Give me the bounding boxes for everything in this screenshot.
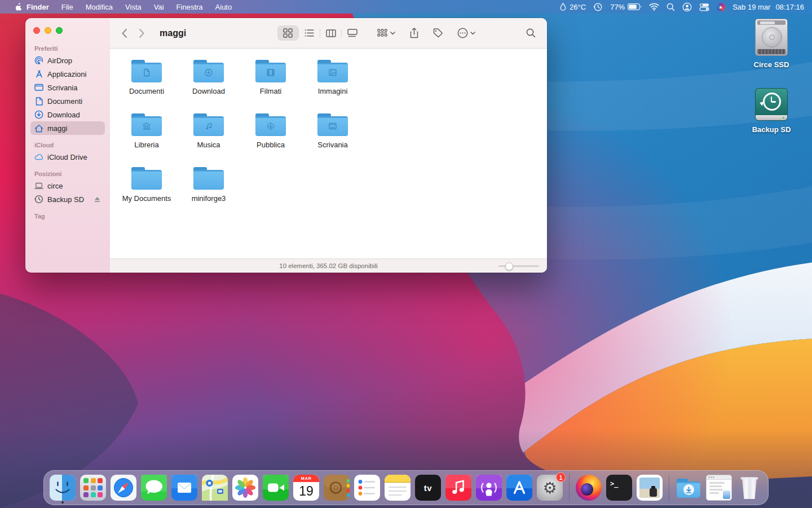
menu-item-modifica[interactable]: Modifica xyxy=(80,0,118,14)
menu-item-finestra[interactable]: Finestra xyxy=(171,0,209,14)
sidebar-item-documenti[interactable]: Documenti xyxy=(30,94,105,108)
launchpad-icon xyxy=(80,475,106,501)
battery-status[interactable]: 77% xyxy=(610,3,642,11)
apple-logo-icon xyxy=(16,3,23,11)
icon-view-button[interactable] xyxy=(277,25,298,41)
sidebar: Preferiti AirDrop Applicazioni Scrivania… xyxy=(25,18,110,273)
folder-item-pubblica[interactable]: Pubblica xyxy=(240,111,302,165)
folder-name: Download xyxy=(192,87,225,95)
zoom-button[interactable] xyxy=(56,27,63,34)
dock-podcasts[interactable] xyxy=(476,475,502,501)
forward-button[interactable] xyxy=(139,28,145,38)
clock-menu[interactable]: Sab 19 mar 08:17:16 xyxy=(732,3,804,11)
column-view-button[interactable] xyxy=(320,25,341,41)
sidebar-section-icloud: iCloud xyxy=(34,142,101,148)
dock-trash[interactable] xyxy=(736,475,762,501)
sidebar-item-label: iCloud Drive xyxy=(47,153,87,161)
sidebar-item-airdrop[interactable]: AirDrop xyxy=(30,54,105,67)
minimized-window-app-badge xyxy=(722,490,731,500)
user-menu[interactable] xyxy=(682,2,692,12)
tags-button[interactable] xyxy=(433,28,443,38)
group-by-button[interactable] xyxy=(377,29,395,37)
folder-item-documenti[interactable]: Documenti xyxy=(116,58,178,111)
folder-name: Scrivania xyxy=(317,141,347,149)
desktop-icon-backup-sd[interactable]: Backup SD xyxy=(752,88,791,134)
sidebar-item-icloud-drive[interactable]: iCloud Drive xyxy=(30,150,105,164)
dock-safari[interactable] xyxy=(111,475,136,501)
list-view-button[interactable] xyxy=(299,25,320,41)
sidebar-item-backup-sd[interactable]: Backup SD xyxy=(30,192,105,206)
slider-thumb[interactable] xyxy=(505,262,513,270)
weather-status[interactable]: 26°C xyxy=(559,3,586,11)
toolbar-search-button[interactable] xyxy=(526,28,536,38)
dock-music[interactable] xyxy=(445,475,471,501)
sidebar-item-circe[interactable]: circe xyxy=(30,179,105,192)
folder-icon xyxy=(193,113,224,136)
notification-badge: 1 xyxy=(556,472,566,482)
share-button[interactable] xyxy=(410,28,418,38)
back-button[interactable] xyxy=(121,28,127,38)
dock-terminal[interactable]: >_ xyxy=(606,475,632,501)
status-bar: 10 elementi, 365.02 GB disponibili xyxy=(110,259,547,273)
dock-launchpad[interactable] xyxy=(80,475,106,501)
eject-icon[interactable] xyxy=(94,196,101,203)
menu-item-vai[interactable]: Vai xyxy=(148,0,170,14)
folder-name: Musica xyxy=(197,141,220,149)
dock-firefox[interactable] xyxy=(576,475,602,501)
wifi-menu[interactable] xyxy=(649,3,659,11)
dock-maps[interactable] xyxy=(202,475,228,501)
dock-mail[interactable] xyxy=(171,475,197,501)
folder-item-filmati[interactable]: Filmati xyxy=(240,58,302,111)
dock-downloads[interactable] xyxy=(676,475,701,501)
dock-finder[interactable] xyxy=(50,475,76,501)
dock-photos[interactable] xyxy=(232,475,258,501)
internal-hard-drive-icon xyxy=(755,19,788,56)
folder-icon xyxy=(193,167,224,190)
desktop-icon-circe-ssd[interactable]: Circe SSD xyxy=(754,19,789,69)
folder-item-my-documents[interactable]: My Documents xyxy=(116,165,178,218)
sidebar-item-download[interactable]: Download xyxy=(30,108,105,121)
folder-item-scrivania[interactable]: Scrivania xyxy=(302,111,364,165)
finder-toolbar: maggi xyxy=(110,18,547,49)
folder-item-libreria[interactable]: Libreria xyxy=(116,111,178,165)
close-button[interactable] xyxy=(33,27,40,34)
dock-system-preferences[interactable]: ⚙ 1 xyxy=(537,475,563,501)
gallery-view-button[interactable] xyxy=(342,25,363,41)
icon-size-slider[interactable] xyxy=(498,265,539,267)
finder-main-pane: maggi Documenti Downlo xyxy=(110,18,547,273)
menu-item-aiuto[interactable]: Aiuto xyxy=(210,0,238,14)
spotlight-menu[interactable] xyxy=(667,3,675,11)
dock-app-store[interactable] xyxy=(506,475,532,501)
window-title: maggi xyxy=(160,28,186,38)
dock-calendar[interactable]: MAR 19 xyxy=(293,475,319,501)
more-actions-button[interactable] xyxy=(457,28,475,38)
view-switcher xyxy=(277,25,363,41)
folder-item-immagini[interactable]: Immagini xyxy=(302,58,364,111)
sidebar-item-applicazioni[interactable]: Applicazioni xyxy=(30,67,105,81)
minimized-window-titlebar xyxy=(707,475,731,480)
control-center-menu[interactable] xyxy=(699,3,709,11)
dock-reminders[interactable] xyxy=(354,475,380,501)
dock-facetime[interactable] xyxy=(263,475,289,501)
sidebar-item-maggi[interactable]: maggi xyxy=(30,121,105,135)
dock-contacts[interactable] xyxy=(324,475,350,501)
battery-percent-label: 77% xyxy=(610,3,625,11)
menu-item-file[interactable]: File xyxy=(56,0,79,14)
menu-item-vista[interactable]: Vista xyxy=(120,0,147,14)
sidebar-item-scrivania[interactable]: Scrivania xyxy=(30,81,105,94)
apple-menu[interactable]: Finder xyxy=(9,0,55,14)
minimize-button[interactable] xyxy=(45,27,51,34)
dock-minimized-window[interactable] xyxy=(706,475,732,501)
dock-tv[interactable]: tv xyxy=(415,475,441,501)
facetime-icon xyxy=(263,475,289,501)
folder-item-musica[interactable]: Musica xyxy=(178,111,240,165)
dock-notes[interactable] xyxy=(385,475,411,501)
menu-item-finder[interactable]: Finder xyxy=(27,3,49,11)
dock-preview[interactable] xyxy=(637,475,663,501)
folder-item-download[interactable]: Download xyxy=(178,58,240,111)
dock-messages[interactable] xyxy=(141,475,167,501)
folder-item-miniforge3[interactable]: miniforge3 xyxy=(178,165,240,218)
menu-extra-icon[interactable] xyxy=(717,3,725,11)
time-machine-menu[interactable] xyxy=(593,2,603,12)
window-controls xyxy=(33,27,105,34)
